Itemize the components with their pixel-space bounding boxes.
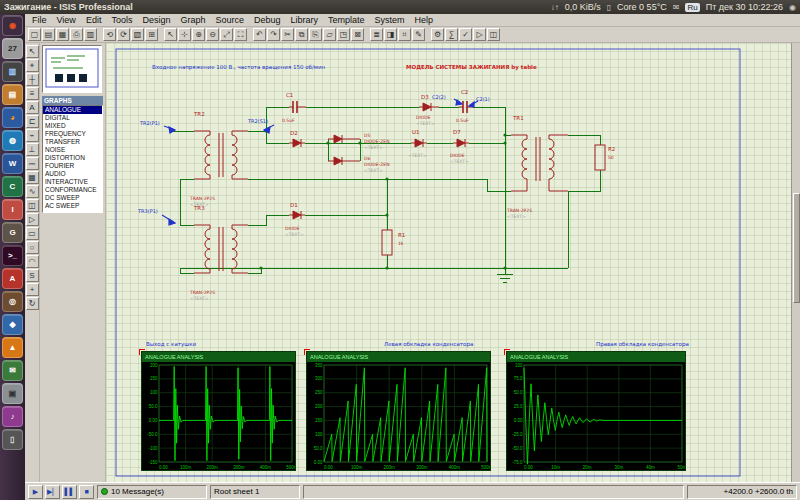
mode-button-1[interactable]: ⌖	[26, 59, 39, 72]
menu-graph[interactable]: Graph	[175, 14, 210, 26]
launcher-icon-browser[interactable]: ◍	[2, 130, 23, 151]
graph-type-frequency[interactable]: FREQUENCY	[43, 130, 102, 138]
toolbar-button-1-3[interactable]: ⊞	[145, 28, 158, 41]
launcher-icon-photos[interactable]: ▣	[2, 383, 23, 404]
launcher-icon-files[interactable]: ▤	[2, 84, 23, 105]
menu-library[interactable]: Library	[286, 14, 324, 26]
toolbar-button-1-2[interactable]: ▧	[131, 28, 144, 41]
launcher-icon-vlc[interactable]: ▲	[2, 337, 23, 358]
sheet-panel[interactable]: Root sheet 1	[210, 485, 300, 499]
toolbar-button-3-7[interactable]: ⊠	[351, 28, 364, 41]
mode-button-13[interactable]: ▭	[26, 227, 39, 240]
component-r2[interactable]	[595, 145, 605, 170]
launcher-icon-calc[interactable]: C	[2, 176, 23, 197]
toolbar-button-2-3[interactable]: ⊖	[206, 28, 219, 41]
component-r1[interactable]	[382, 230, 392, 255]
graph-type-audio[interactable]: AUDIO	[43, 170, 102, 178]
power-icon[interactable]: ◉	[789, 3, 796, 12]
toolbar-button-0-3[interactable]: ⎙	[70, 28, 83, 41]
toolbar-button-3-5[interactable]: ▱	[323, 28, 336, 41]
toolbar-button-1-1[interactable]: ⟳	[117, 28, 130, 41]
component-d6[interactable]	[328, 157, 360, 165]
toolbar-button-1-0[interactable]: ⟲	[103, 28, 116, 41]
toolbar-button-5-3[interactable]: ▷	[473, 28, 486, 41]
menu-system[interactable]: System	[370, 14, 410, 26]
mode-button-16[interactable]: S	[26, 269, 39, 282]
mode-button-3[interactable]: ≡	[26, 87, 39, 100]
mode-button-14[interactable]: ○	[26, 241, 39, 254]
mode-button-12[interactable]: ▷	[26, 213, 39, 226]
wire-segments[interactable]	[170, 107, 600, 282]
component-tr3[interactable]	[194, 225, 248, 273]
pause-button[interactable]: ▌▌	[62, 485, 77, 499]
menu-help[interactable]: Help	[410, 14, 439, 26]
play-button[interactable]: ▶	[28, 485, 43, 499]
toolbar-button-0-2[interactable]: ▦	[56, 28, 69, 41]
toolbar-button-4-0[interactable]: ≣	[370, 28, 383, 41]
launcher-icon-editor[interactable]: A	[2, 268, 23, 289]
graph-type-analogue[interactable]: ANALOGUE	[43, 106, 102, 114]
keyboard-layout-indicator[interactable]: Ru	[685, 3, 699, 12]
toolbar-button-2-4[interactable]: ⤢	[220, 28, 233, 41]
component-tr1[interactable]	[511, 135, 568, 191]
mode-button-2[interactable]: ┼	[26, 73, 39, 86]
graph-window-right-plate[interactable]: ANALOGUE ANALYSIS 10075.050.025.00.00-25…	[506, 351, 686, 471]
mode-button-18[interactable]: ↻	[26, 297, 39, 310]
menu-source[interactable]: Source	[210, 14, 249, 26]
launcher-icon-terminal[interactable]: >_	[2, 245, 23, 266]
mode-button-15[interactable]: ◠	[26, 255, 39, 268]
mode-button-4[interactable]: A	[26, 101, 39, 114]
stop-button[interactable]: ■	[79, 485, 94, 499]
step-button[interactable]: ▶▏	[45, 485, 60, 499]
clock[interactable]: Пт дек 30 10:22:26	[706, 2, 783, 12]
battery-icon[interactable]: ▯	[607, 3, 611, 12]
toolbar-button-0-1[interactable]: ▤	[42, 28, 55, 41]
vertical-scrollbar[interactable]	[791, 43, 800, 482]
toolbar-button-3-0[interactable]: ↶	[253, 28, 266, 41]
network-speed-icon[interactable]: ↓↑	[551, 3, 559, 12]
graph-plot-area[interactable]: 20015010050.00.00-50.0-100-1500.00100m20…	[142, 362, 295, 470]
launcher-icon-impress[interactable]: I	[2, 199, 23, 220]
menu-template[interactable]: Template	[323, 14, 370, 26]
graph-type-mixed[interactable]: MIXED	[43, 122, 102, 130]
graph-window-coil-output[interactable]: ANALOGUE ANALYSIS 20015010050.00.00-50.0…	[141, 351, 296, 471]
menu-debug[interactable]: Debug	[249, 14, 286, 26]
overview-minimap[interactable]	[42, 45, 102, 93]
graph-type-noise[interactable]: NOISE	[43, 146, 102, 154]
launcher-icon-package-manager[interactable]: ◆	[2, 314, 23, 335]
menu-edit[interactable]: Edit	[81, 14, 107, 26]
graph-type-interactive[interactable]: INTERACTIVE	[43, 178, 102, 186]
graph-type-transfer[interactable]: TRANSFER	[43, 138, 102, 146]
menu-view[interactable]: View	[52, 14, 81, 26]
component-d3[interactable]	[419, 103, 439, 111]
toolbar-button-0-0[interactable]: ▢	[28, 28, 41, 41]
menu-design[interactable]: Design	[137, 14, 175, 26]
mode-button-10[interactable]: ∿	[26, 185, 39, 198]
toolbar-button-3-3[interactable]: ⧉	[295, 28, 308, 41]
graph-plot-area[interactable]: 35030025020015010050.00.000.00100m200m30…	[307, 362, 490, 470]
graph-type-fourier[interactable]: FOURIER	[43, 162, 102, 170]
toolbar-button-4-2[interactable]: ⌗	[398, 28, 411, 41]
mode-button-7[interactable]: ⊥	[26, 143, 39, 156]
mode-button-6[interactable]: ⌁	[26, 129, 39, 142]
graph-type-conformance[interactable]: CONFORMANCE	[43, 186, 102, 194]
launcher-icon-firefox[interactable]: ◕	[2, 107, 23, 128]
launcher-icon-system-monitor[interactable]: ▥	[2, 61, 23, 82]
toolbar-button-5-2[interactable]: ✓	[459, 28, 472, 41]
graph-window-left-plate[interactable]: ANALOGUE ANALYSIS 35030025020015010050.0…	[306, 351, 491, 471]
mode-button-5[interactable]: ⊏	[26, 115, 39, 128]
toolbar-button-2-0[interactable]: ↖	[164, 28, 177, 41]
component-d2[interactable]	[289, 139, 305, 147]
mode-button-17[interactable]: +	[26, 283, 39, 296]
launcher-icon-writer[interactable]: W	[2, 153, 23, 174]
component-u1[interactable]	[411, 139, 427, 147]
toolbar-button-5-1[interactable]: ∑	[445, 28, 458, 41]
launcher-icon-gimp[interactable]: G	[2, 222, 23, 243]
mode-button-0[interactable]: ↖	[26, 45, 39, 58]
launcher-icon-calendar[interactable]: 27	[2, 38, 23, 59]
toolbar-button-2-1[interactable]: ⊹	[178, 28, 191, 41]
graph-plot-area[interactable]: 10075.050.025.00.00-25.0-50.0-75.00.0010…	[507, 362, 685, 470]
component-d5[interactable]	[328, 135, 360, 143]
toolbar-button-3-1[interactable]: ↷	[267, 28, 280, 41]
graph-type-ac-sweep[interactable]: AC SWEEP	[43, 202, 102, 210]
